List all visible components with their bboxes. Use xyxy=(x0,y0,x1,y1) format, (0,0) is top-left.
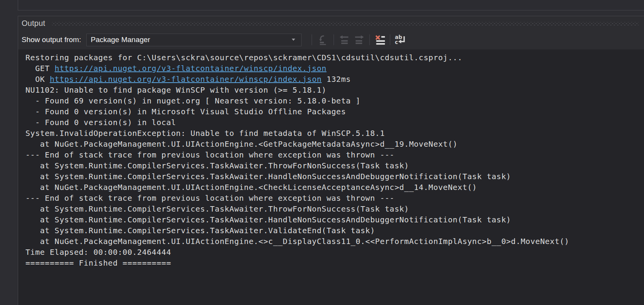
console-text: at System.Runtime.CompilerServices.TaskA… xyxy=(25,226,375,235)
clear-all-icon xyxy=(374,34,386,46)
console-text: OK xyxy=(25,75,50,84)
output-console[interactable]: Restoring packages for C:\Users\sckra\so… xyxy=(18,49,644,305)
console-text: 132ms xyxy=(322,75,351,84)
console-line: Time Elapsed: 00:00:00.2464444 xyxy=(25,247,644,258)
console-line: at NuGet.PackageManagement.UI.UIActionEn… xyxy=(25,236,644,247)
console-text: System.InvalidOperationException: Unable… xyxy=(25,129,385,138)
console-line: at System.Runtime.CompilerServices.TaskA… xyxy=(25,160,644,171)
toolbar-separator xyxy=(334,34,334,45)
console-text: - Found 0 version(s) in Microsoft Visual… xyxy=(25,107,346,116)
output-source-dropdown[interactable]: Package Manager xyxy=(86,34,302,46)
url-link[interactable]: https://api.nuget.org/v3-flatcontainer/w… xyxy=(50,75,322,84)
show-output-from-label: Show output from: xyxy=(22,36,81,44)
console-text: --- End of stack trace from previous loc… xyxy=(25,193,394,203)
console-line: Restoring packages for C:\Users\sckra\so… xyxy=(25,52,644,63)
toolbar-separator xyxy=(369,34,370,45)
word-wrap-icon: ab c xyxy=(394,34,406,46)
url-link[interactable]: https://api.nuget.org/v3-flatcontainer/w… xyxy=(55,64,327,73)
console-line: - Found 69 version(s) in nuget.org [ Nea… xyxy=(25,95,644,106)
console-text: - Found 69 version(s) in nuget.org [ Nea… xyxy=(25,96,361,105)
output-title-bar[interactable]: Output xyxy=(18,16,644,30)
svg-text:c: c xyxy=(395,39,398,45)
find-message-in-code-button[interactable] xyxy=(316,33,330,47)
toolbar-separator xyxy=(390,34,390,45)
find-message-in-code-icon xyxy=(317,34,329,46)
console-text: ========== Finished ========== xyxy=(25,258,171,268)
console-text: Restoring packages for C:\Users\sckra\so… xyxy=(25,53,462,62)
console-line: --- End of stack trace from previous loc… xyxy=(25,193,644,203)
console-line: at System.Runtime.CompilerServices.TaskA… xyxy=(25,214,644,225)
console-line: OK https://api.nuget.org/v3-flatcontaine… xyxy=(25,74,644,85)
console-text: - Found 0 version(s) in local xyxy=(25,118,176,127)
panel-drag-grip xyxy=(52,22,639,26)
console-text: at NuGet.PackageManagement.UI.UIActionEn… xyxy=(25,237,569,246)
console-line: at System.Runtime.CompilerServices.TaskA… xyxy=(25,203,644,214)
console-text: --- End of stack trace from previous loc… xyxy=(25,150,394,159)
console-line: GET https://api.nuget.org/v3-flatcontain… xyxy=(25,63,644,74)
console-text: at System.Runtime.CompilerServices.TaskA… xyxy=(25,204,409,214)
clear-all-button[interactable] xyxy=(373,33,387,47)
console-line: at NuGet.PackageManagement.UI.UIActionEn… xyxy=(25,182,644,193)
upper-panel-bottom-edge xyxy=(18,0,644,10)
console-text: at System.Runtime.CompilerServices.TaskA… xyxy=(25,161,409,170)
previous-message-icon xyxy=(338,34,350,46)
output-source-value: Package Manager xyxy=(91,36,291,44)
console-text: NU1102: Unable to find package WinSCP wi… xyxy=(25,85,327,95)
console-text: at NuGet.PackageManagement.UI.UIActionEn… xyxy=(25,183,477,192)
console-line: NU1102: Unable to find package WinSCP wi… xyxy=(25,85,644,95)
console-line: at NuGet.PackageManagement.UI.UIActionEn… xyxy=(25,139,644,149)
output-panel: Output Show output from: Package Manager xyxy=(18,16,644,305)
console-line: at System.Runtime.CompilerServices.TaskA… xyxy=(25,171,644,182)
console-line: at System.Runtime.CompilerServices.TaskA… xyxy=(25,225,644,236)
toggle-word-wrap-button[interactable]: ab c xyxy=(393,33,407,47)
console-text: GET xyxy=(25,64,55,73)
console-text: at System.Runtime.CompilerServices.TaskA… xyxy=(25,215,511,224)
console-line: --- End of stack trace from previous loc… xyxy=(25,149,644,160)
output-toolbar: Show output from: Package Manager xyxy=(18,30,644,49)
next-message-icon xyxy=(354,34,365,46)
console-line: - Found 0 version(s) in Microsoft Visual… xyxy=(25,106,644,117)
console-text: at NuGet.PackageManagement.UI.UIActionEn… xyxy=(25,139,458,149)
go-to-previous-message-button[interactable] xyxy=(337,33,351,47)
chevron-down-icon xyxy=(291,38,296,41)
toolbar-separator xyxy=(312,34,312,45)
console-line: System.InvalidOperationException: Unable… xyxy=(25,128,644,139)
console-line: - Found 0 version(s) in local xyxy=(25,117,644,128)
console-text: at System.Runtime.CompilerServices.TaskA… xyxy=(25,172,511,181)
go-to-next-message-button[interactable] xyxy=(352,33,366,47)
console-line: ========== Finished ========== xyxy=(25,258,644,268)
panel-title: Output xyxy=(22,19,45,28)
console-text: Time Elapsed: 00:00:00.2464444 xyxy=(25,247,171,257)
